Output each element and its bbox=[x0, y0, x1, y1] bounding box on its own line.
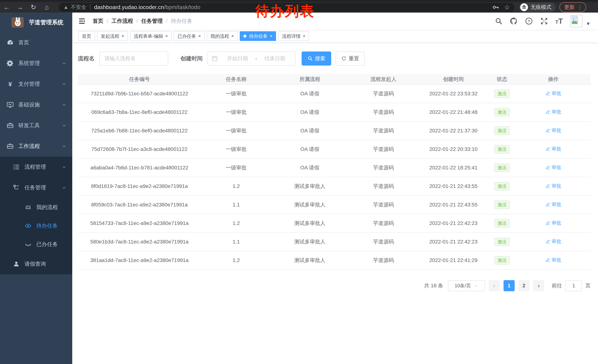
browser-forward-button[interactable]: → bbox=[13, 3, 27, 11]
app-logo-row[interactable]: 芋道管理系统 bbox=[0, 13, 72, 32]
page-content: 流程名 创建时间 开始日期 - 结束日期 搜索 bbox=[72, 43, 598, 291]
tab-my-process[interactable]: 我的流程 × bbox=[207, 31, 238, 41]
date-range-picker[interactable]: 开始日期 - 结束日期 bbox=[208, 51, 296, 65]
screen: ← → ↻ ⌂ ▲ 不安全 dashboard.yudao.iocoder.cn… bbox=[0, 0, 598, 364]
bookmark-star-icon[interactable]: ☆ bbox=[504, 4, 510, 11]
incognito-badge: 无痕模式 bbox=[519, 2, 555, 12]
sidebar-item-label: 流程管理 bbox=[25, 163, 61, 171]
font-size-icon[interactable]: TT bbox=[555, 17, 563, 25]
col-created: 创建时间 bbox=[419, 74, 488, 84]
edit-icon bbox=[545, 202, 550, 207]
breadcrumb: 首页 / 工作流程 / 任务管理 / 待办任务 bbox=[93, 17, 192, 25]
tab-process-detail[interactable]: 流程详情 × bbox=[278, 31, 309, 41]
browser-menu-kebab-icon[interactable]: ⋮ bbox=[577, 4, 583, 11]
breadcrumb-home[interactable]: 首页 bbox=[93, 17, 103, 25]
status-badge: 激活 bbox=[494, 238, 510, 246]
sidebar-item-process-mgmt[interactable]: 流程管理 bbox=[0, 157, 72, 177]
tab-form-edit[interactable]: 流程表单-编辑 × bbox=[130, 31, 172, 41]
github-icon[interactable] bbox=[510, 17, 518, 25]
breadcrumb-workflow[interactable]: 工作流程 bbox=[112, 17, 133, 25]
search-icon bbox=[307, 56, 313, 61]
browser-update-button[interactable]: 更新 ⋮ bbox=[559, 2, 586, 12]
close-icon[interactable]: × bbox=[270, 33, 272, 39]
date-range-separator: - bbox=[255, 56, 257, 61]
approve-link[interactable]: 审批 bbox=[545, 164, 561, 171]
approve-link[interactable]: 审批 bbox=[545, 220, 561, 226]
search-button[interactable]: 搜索 bbox=[302, 51, 331, 65]
search-icon[interactable] bbox=[495, 17, 502, 25]
close-icon[interactable]: × bbox=[231, 33, 234, 39]
col-status: 状态 bbox=[488, 74, 516, 84]
status-badge: 激活 bbox=[494, 201, 510, 209]
fullscreen-icon[interactable] bbox=[540, 17, 548, 25]
sidebar-item-devtool[interactable]: 研发工具 bbox=[0, 115, 72, 136]
status-badge: 激活 bbox=[494, 256, 510, 265]
user-icon bbox=[12, 261, 20, 267]
yen-icon: ¥ bbox=[6, 81, 14, 88]
close-icon[interactable]: × bbox=[303, 33, 305, 39]
tab-todo-task[interactable]: 待办任务 × bbox=[240, 31, 276, 41]
approve-link[interactable]: 审批 bbox=[545, 127, 561, 134]
edit-icon bbox=[545, 110, 550, 114]
tab-start-process[interactable]: 发起流程 × bbox=[97, 31, 128, 41]
sidebar-item-system[interactable]: 系统管理 bbox=[0, 53, 72, 74]
page-number-2[interactable]: 2 bbox=[518, 280, 530, 291]
sidebar-item-label: 任务管理 bbox=[25, 184, 61, 191]
sidebar-item-todo-task[interactable]: 待办任务 bbox=[0, 217, 72, 235]
approve-link[interactable]: 审批 bbox=[545, 90, 561, 97]
sidebar-item-task-mgmt[interactable]: 任务管理 bbox=[0, 177, 72, 198]
page-number-1[interactable]: 1 bbox=[504, 280, 515, 291]
approve-link[interactable]: 审批 bbox=[545, 146, 561, 152]
browser-tabstrip-edge bbox=[0, 0, 598, 2]
tab-done-task[interactable]: 已办任务 × bbox=[174, 31, 205, 41]
approve-link[interactable]: 审批 bbox=[545, 238, 561, 245]
table-row: 8f059c03-7ac8-11ec-a9e2-a2380e71991a1.1测… bbox=[78, 195, 590, 214]
col-initiator: 流程发起人 bbox=[348, 74, 419, 84]
sidebar-item-home[interactable]: 首页 bbox=[0, 32, 72, 53]
process-name-input[interactable] bbox=[99, 51, 168, 65]
toolbox-icon bbox=[6, 143, 14, 150]
status-badge: 激活 bbox=[494, 219, 510, 227]
not-secure-warning-icon: ▲ bbox=[63, 4, 68, 10]
start-date-placeholder[interactable]: 开始日期 bbox=[221, 55, 254, 62]
approve-link[interactable]: 审批 bbox=[545, 183, 561, 189]
page-size-select[interactable]: 10条/页 bbox=[448, 280, 485, 291]
create-time-label: 创建时间 bbox=[180, 55, 203, 62]
edit-icon bbox=[545, 239, 550, 244]
password-key-icon[interactable] bbox=[492, 4, 499, 11]
browser-reload-button[interactable]: ↻ bbox=[27, 3, 40, 11]
next-page-button[interactable]: › bbox=[533, 280, 544, 291]
browser-back-button[interactable]: ← bbox=[0, 3, 13, 11]
help-icon[interactable]: ? bbox=[525, 17, 533, 25]
col-process: 所属流程 bbox=[271, 74, 348, 84]
sidebar-item-workflow[interactable]: 工作流程 bbox=[0, 136, 72, 157]
chevron-down-icon bbox=[474, 283, 478, 288]
sidebar-item-label: 基础设施 bbox=[18, 101, 61, 108]
close-icon[interactable]: × bbox=[198, 33, 201, 39]
chevron-down-icon bbox=[61, 164, 67, 170]
table-row: 069c6a63-7b8a-11ec-8ef0-acde48001122一级审批… bbox=[78, 103, 590, 121]
status-badge: 激活 bbox=[494, 108, 510, 116]
sidebar-item-infra[interactable]: 基础设施 bbox=[0, 94, 72, 115]
sidebar-collapse-icon[interactable] bbox=[78, 17, 86, 25]
approve-link[interactable]: 审批 bbox=[545, 201, 561, 208]
breadcrumb-task-mgmt[interactable]: 任务管理 bbox=[141, 17, 163, 25]
goto-page-input[interactable] bbox=[565, 280, 582, 291]
prev-page-button[interactable]: ‹ bbox=[489, 280, 500, 291]
close-icon[interactable]: × bbox=[165, 33, 168, 39]
approve-link[interactable]: 审批 bbox=[545, 109, 561, 115]
sidebar-item-label: 工作流程 bbox=[18, 143, 61, 150]
avatar[interactable] bbox=[570, 15, 582, 27]
sidebar-item-leave-query[interactable]: 请假查询 bbox=[0, 254, 72, 274]
reset-button[interactable]: 重置 bbox=[336, 51, 365, 65]
approve-link[interactable]: 审批 bbox=[545, 257, 561, 263]
table-row: 725a1eb6-7b88-11ec-8ef0-acde48001122一级审批… bbox=[78, 121, 590, 140]
tab-home[interactable]: 首页 bbox=[78, 31, 95, 41]
avatar-dropdown-caret-icon[interactable]: ▼ bbox=[586, 21, 590, 27]
end-date-placeholder[interactable]: 结束日期 bbox=[258, 55, 291, 62]
sidebar-item-my-process[interactable]: 我的流程 bbox=[0, 198, 72, 217]
close-icon[interactable]: × bbox=[122, 33, 124, 39]
sidebar-item-done-task[interactable]: 已办任务 bbox=[0, 235, 72, 254]
sidebar-item-pay[interactable]: ¥ 支付管理 bbox=[0, 74, 72, 94]
browser-home-button[interactable]: ⌂ bbox=[40, 3, 53, 11]
